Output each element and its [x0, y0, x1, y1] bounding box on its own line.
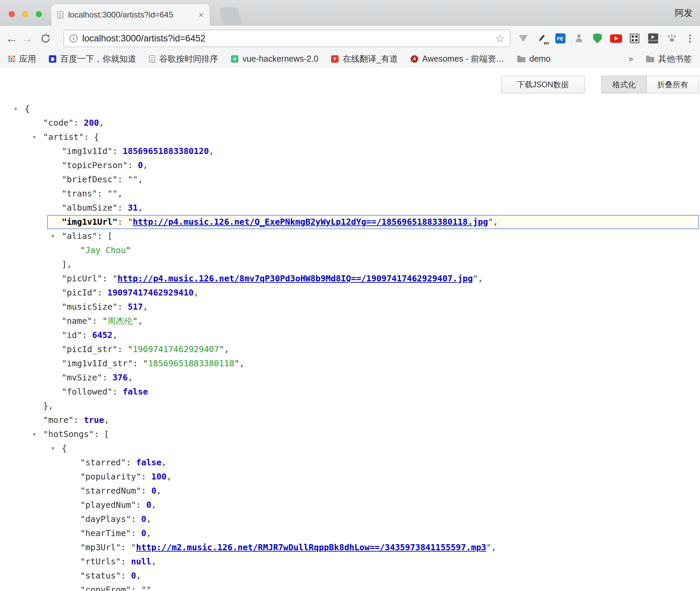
json-token: {	[25, 104, 30, 114]
bookmark-item-demo[interactable]: demo	[517, 54, 551, 64]
bookmark-item-baidu[interactable]: 百度一下，你就知道	[49, 53, 136, 64]
profile-name[interactable]: 阿发	[675, 0, 693, 26]
json-token: :	[131, 514, 141, 524]
player-extension-icon[interactable]: PLAYER	[644, 26, 662, 51]
json-token: ,	[113, 330, 118, 340]
json-line: "followed": false	[0, 385, 700, 399]
json-token: ,	[146, 528, 151, 538]
json-token: "starred"	[80, 458, 126, 467]
qrcode-extension-icon[interactable]	[625, 26, 644, 51]
json-token: "img1v1Id_str"	[62, 359, 133, 368]
json-token: :	[133, 359, 143, 368]
json-token: "	[473, 274, 478, 283]
browser-tab[interactable]: localhost:3000/artists?id=645 ×	[51, 4, 210, 26]
bookmarks-overflow-chevron[interactable]: »	[629, 54, 633, 64]
qr-code-icon	[630, 34, 639, 43]
bookmark-label: 谷歌按时间排序	[159, 53, 218, 64]
collapse-toggle-icon[interactable]: ▼	[51, 229, 54, 243]
json-token: :	[118, 175, 128, 184]
json-token: false	[123, 387, 148, 397]
json-token: ,	[138, 316, 143, 326]
json-token: 0	[131, 571, 136, 581]
json-line: "musicSize": 517,	[0, 300, 700, 314]
json-token: :	[118, 203, 128, 213]
json-token: :	[131, 585, 141, 591]
json-token: : [	[97, 231, 112, 241]
profile-extension-icon[interactable]	[570, 26, 588, 51]
json-line: "starred": false,	[0, 456, 700, 470]
json-token: ,	[136, 571, 141, 581]
back-button[interactable]: ←	[4, 26, 20, 51]
json-token: "	[219, 344, 224, 354]
bookmark-star-icon[interactable]: ☆	[495, 32, 504, 45]
json-token: "copyFrom"	[80, 585, 131, 591]
json-token: : {	[84, 132, 99, 142]
collapse-toggle-icon[interactable]: ▼	[33, 427, 36, 441]
json-token: "name"	[62, 316, 92, 326]
folder-icon	[646, 57, 654, 62]
json-line-highlighted: "img1v1Url": "http://p4.music.126.net/Q_…	[47, 215, 699, 229]
browser-window: localhost:3000/artists?id=645 × 阿发 ← → i…	[0, 0, 700, 591]
json-token: "artist"	[43, 132, 84, 142]
bookmark-item-vue-hackernews[interactable]: V vue-hackernews-2.0	[231, 54, 318, 64]
bookmark-item-google-sort[interactable]: 谷歌按时间排序	[149, 53, 218, 64]
json-token: "popularity"	[80, 472, 141, 481]
new-tab-button[interactable]	[219, 7, 242, 26]
shield-extension-icon[interactable]	[588, 26, 607, 51]
collapse-toggle-icon[interactable]: ▼	[33, 130, 36, 144]
json-token: Jay Chou	[85, 245, 126, 255]
fe-icon: FE	[555, 33, 565, 43]
json-token: :	[97, 189, 107, 198]
address-bar[interactable]: i localhost:3000/artists?id=6452 ☆	[63, 30, 511, 47]
json-token: "briefDesc"	[62, 175, 118, 184]
json-token: "picId_str"	[62, 344, 118, 354]
json-token: ],	[62, 259, 72, 269]
other-bookmarks-label: 其他书签	[658, 53, 692, 64]
json-line: "id": 6452,	[0, 328, 700, 342]
json-url-link[interactable]: http://p4.music.126.net/Q_ExePNkmgB2yWyL…	[133, 217, 488, 227]
minimize-window-button[interactable]	[22, 11, 28, 17]
json-line: "Jay Chou"	[0, 243, 700, 257]
json-token: "dayPlays"	[80, 514, 131, 524]
page-info-icon[interactable]: i	[69, 34, 78, 42]
json-token: ,	[194, 288, 199, 298]
json-token: :	[118, 217, 128, 227]
zoom-window-button[interactable]	[36, 11, 42, 17]
json-token: :	[121, 571, 131, 581]
json-token: 18569651883380118	[148, 359, 234, 368]
bookmark-item-apps[interactable]: 应用	[8, 53, 36, 64]
kebab-menu-icon	[689, 35, 691, 36]
reload-button[interactable]	[38, 26, 53, 51]
url-input[interactable]: localhost:3000/artists?id=6452	[82, 33, 490, 44]
json-token: "code"	[43, 118, 74, 128]
json-url-link[interactable]: http://p4.music.126.net/8mv7qP30Pd3oHW8b…	[118, 274, 473, 283]
close-window-button[interactable]	[9, 11, 15, 17]
json-line: "more": true,	[0, 413, 700, 427]
tab-title: localhost:3000/artists?id=645	[68, 10, 194, 20]
player-icon: PLAYER	[648, 33, 658, 43]
vue-devtools-extension-icon[interactable]	[514, 26, 532, 51]
collapse-toggle-icon[interactable]: ▼	[14, 102, 17, 116]
other-bookmarks-folder[interactable]: 其他书签	[646, 53, 692, 64]
translate-pen-extension-icon[interactable]: en	[532, 26, 551, 51]
paw-extension-icon[interactable]	[662, 26, 681, 51]
json-line: "trans": "",	[0, 187, 700, 201]
json-line: "mp3Url": "http://m2.music.126.net/RMJR7…	[0, 540, 700, 555]
fe-extension-icon[interactable]: FE	[551, 26, 570, 51]
collapse-toggle-icon[interactable]: ▼	[51, 441, 54, 456]
json-url-link[interactable]: http://m2.music.126.net/RMJR7wDullRqppBk…	[136, 542, 487, 552]
vue-gray-icon	[519, 35, 528, 42]
json-token: "trans"	[62, 189, 97, 198]
json-line: "picId_str": "19097417462929407",	[0, 342, 700, 356]
youtube-extension-icon[interactable]	[607, 26, 625, 51]
json-token: "picUrl"	[62, 274, 102, 283]
tab-close-icon[interactable]: ×	[199, 10, 204, 19]
json-line: "topicPerson": 0,	[0, 158, 700, 173]
bookmark-item-youdao[interactable]: Y 在线翻译_有道	[331, 53, 398, 64]
person-icon	[575, 34, 583, 43]
json-token: :	[113, 387, 123, 397]
browser-menu-button[interactable]	[681, 26, 699, 51]
json-token: "rtUrls"	[80, 557, 121, 566]
json-token: ,	[478, 274, 483, 283]
bookmark-item-awesomes[interactable]: A Awesomes - 前端资…	[411, 53, 504, 64]
